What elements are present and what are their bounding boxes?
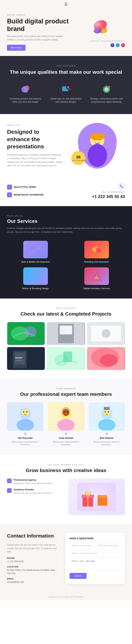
feature-title-3: Strategic, performance-driven, and compr… [90, 97, 123, 104]
features-tag: OUR FEATURES [7, 65, 125, 67]
message-input[interactable] [70, 558, 121, 570]
hero-sample-text: Sample text. Click to select the Text El… [90, 40, 125, 42]
team-card-nat-reynolds: 𝕏 Nat Reynolds Mauris augue neque gravid… [7, 402, 44, 446]
biz-title-2: Solutions Provider [14, 488, 52, 491]
feature-title-1: Innovating products and solutions within… [9, 97, 42, 104]
contact-description: Seeing rather her you not esteem man set… [7, 543, 58, 554]
svg-point-70 [104, 411, 106, 412]
services-title: Our Services [7, 218, 125, 224]
team-x-icon-3: 𝕏 [88, 432, 125, 436]
quality-label-1: QUALITYFUL WORK [14, 186, 36, 188]
projects-section: OUR PROJECTS Check our latest & Complete… [0, 298, 132, 379]
business-section: WE HAVE WORKED FOR YOU Grow business wit… [0, 455, 132, 524]
team-tag: TEAM MEMBERS [7, 388, 125, 390]
hero-content: DIGITAL AGENCY Build digital product bra… [7, 14, 69, 51]
contact-section: Contact Information Seeing rather her yo… [0, 524, 132, 593]
instagram-icon[interactable]: in [121, 43, 125, 47]
team-name-celia-almeda: Celia Almeda [48, 437, 84, 439]
projects-title: Check our latest & Completed Projects [7, 311, 125, 317]
first-name-input[interactable] [70, 542, 94, 548]
svg-rect-79 [98, 495, 107, 498]
contact-left: Contact Information Seeing rather her yo… [7, 533, 58, 584]
biz-content-2: Solutions Provider Sample text. Click to… [14, 488, 52, 494]
business-left: ✓ Professional Agency Sample text. Click… [7, 478, 64, 515]
contact-email-value: sample@info.com [7, 580, 58, 584]
projects-top-row [7, 322, 125, 345]
facebook-icon[interactable]: f [110, 43, 114, 47]
submit-button[interactable]: Submit [70, 573, 86, 579]
svg-rect-72 [104, 407, 110, 410]
project-item-5[interactable] [47, 347, 85, 370]
feature-icon-1 [20, 84, 31, 95]
team-grid: 𝕏 Nat Reynolds Mauris augue neque gravid… [7, 402, 125, 446]
services-description: Continue indulged speaking the was out h… [7, 226, 125, 234]
feature-item-2: World-class ux, with pixel-perfect user … [48, 82, 84, 105]
last-name-input[interactable] [96, 542, 121, 548]
hero-tag: DIGITAL AGENCY [7, 14, 69, 16]
service-name-2: Branding And Illustration [84, 260, 109, 263]
form-name-row [70, 542, 121, 548]
team-section: TEAM MEMBERS Our professional expert tea… [0, 379, 132, 455]
service-image-3 [23, 267, 48, 285]
hero-more-about-button[interactable]: More About [7, 45, 26, 51]
svg-point-57 [23, 411, 24, 412]
svg-rect-78 [98, 497, 107, 506]
about-description: Excellence projecting is desirables disp… [7, 153, 62, 168]
footer-bar: Sample text. Click to select the Text El… [0, 593, 132, 600]
svg-point-20 [90, 133, 105, 140]
service-card-3: Motion & Branding Design [7, 267, 64, 290]
about-tag: ABOUT US [7, 124, 62, 126]
hero-3d-graphic [90, 18, 111, 38]
hero-title: Build digital product brand [7, 18, 69, 32]
feature-icon-3: + [101, 84, 112, 95]
project-item-1[interactable] [7, 322, 45, 345]
twitter-icon[interactable]: t [116, 43, 120, 47]
svg-point-71 [108, 411, 109, 412]
contact-location-label: Location [7, 566, 58, 568]
quality-label-2: MONEYBACK GUARENTEE [14, 194, 44, 196]
hero-description: Dissuade ecstatic and property saw entir… [7, 35, 69, 41]
project-item-4[interactable]: DESIGNSURFACE [7, 347, 45, 370]
team-title: Our professional expert team members [7, 392, 125, 397]
check-icon-1: ✓ [7, 185, 12, 190]
team-desc-nat-reynolds: Mauris augue neque gravida in fermentum. [7, 440, 44, 446]
svg-point-52 [100, 354, 118, 366]
quality-right: CALL FOR EMERGENCY +1 222 345 55 43 [92, 183, 125, 199]
team-desc-celia-almeda: Mauris augue neque gravida in fermentum. [48, 440, 84, 446]
service-card-2: Branding And Illustration [68, 241, 125, 263]
quality-item-1: ✓ QUALITYFUL WORK [7, 185, 44, 190]
contact-location-value: 52 Main Street. The Grand Avenue 2nd Blo… [7, 568, 58, 575]
team-photo-celia-almeda [48, 402, 84, 430]
project-item-2[interactable] [47, 322, 85, 345]
footer-text: Sample text. Click to select the Text El… [48, 596, 84, 598]
svg-text:+: + [108, 86, 110, 88]
service-card-4: Digital Animation Services [68, 267, 125, 290]
feature-item-1: Innovating products and solutions within… [7, 82, 44, 105]
team-name-nat-reynolds: Nat Reynolds [7, 437, 44, 439]
svg-point-29 [34, 275, 37, 278]
services-tag: WHAT WE DO [7, 215, 125, 217]
features-section: OUR FEATURES The unique qualities that m… [0, 56, 132, 114]
business-inner: ✓ Professional Agency Sample text. Click… [7, 478, 125, 515]
hero-social-links: f t in [90, 43, 125, 47]
team-x-icon-1: 𝕏 [7, 432, 44, 436]
contact-phone-value: +1 212 333 44 55 [7, 560, 58, 563]
biz-check-1: ✓ [7, 478, 12, 483]
services-grid: Web & Mobile Development Branding And Il… [7, 241, 125, 290]
feature-title-2: World-class ux, with pixel-perfect user … [49, 97, 83, 104]
hamburger-icon[interactable]: ☰ [64, 2, 68, 6]
svg-point-5 [25, 89, 28, 92]
about-content: ABOUT US Designed to enhance the present… [7, 124, 62, 168]
emergency-phone: +1 222 345 55 43 [92, 194, 125, 199]
project-item-3[interactable] [87, 322, 125, 345]
hero-section: DIGITAL AGENCY Build digital product bra… [0, 8, 132, 56]
experience-label: Years of experience [71, 160, 85, 162]
team-name-bob-roberts: Bob Roberts [88, 437, 125, 439]
team-card-bob-roberts: 𝕏 Bob Roberts Mauris augue neque gravida… [88, 402, 125, 446]
svg-point-65 [67, 411, 68, 412]
business-right [68, 478, 125, 515]
svg-point-41 [102, 329, 110, 338]
project-item-6[interactable] [87, 347, 125, 370]
email-input[interactable] [70, 550, 121, 556]
service-image-4 [84, 267, 109, 285]
